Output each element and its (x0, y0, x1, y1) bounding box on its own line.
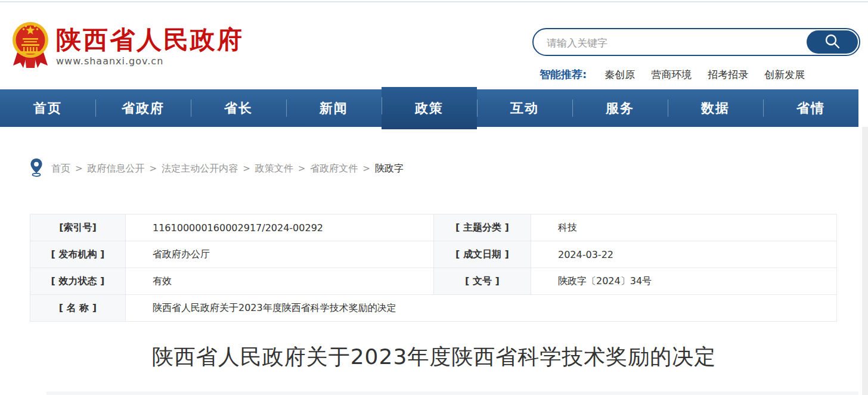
site-logo[interactable]: 陕西省人民政府 www.shaanxi.gov.cn (12, 20, 244, 70)
section-divider (46, 391, 858, 395)
site-name: 陕西省人民政府 (56, 27, 244, 53)
meta-label-issuing-agency: [ 发布机构 ] (30, 241, 126, 268)
meta-value-index-number: 116100000160002917/2024-00292 (126, 214, 434, 241)
breadcrumb-separator: > (150, 163, 157, 174)
recommend-link-innovation[interactable]: 创新发展 (764, 68, 805, 82)
recommend-link-qinchuangyuan[interactable]: 秦创原 (604, 68, 635, 82)
meta-label-topic-category: [ 主题分类 ] (434, 214, 531, 241)
meta-value-title: 陕西省人民政府关于2023年度陕西省科学技术奖励的决定 (126, 295, 837, 322)
site-url: www.shaanxi.gov.cn (56, 55, 244, 67)
nav-item-interaction[interactable]: 互动 (477, 89, 572, 127)
meta-value-topic-category: 科技 (531, 214, 837, 241)
search-button[interactable] (807, 30, 858, 54)
breadcrumb-gov-info-disclosure[interactable]: 政府信息公开 (88, 163, 145, 175)
breadcrumb-current-shanzhengzi: 陕政字 (375, 163, 404, 175)
nav-item-services[interactable]: 服务 (572, 89, 668, 127)
smart-recommend: 智能推荐: 秦创原 营商环境 招考招录 创新发展 (540, 67, 821, 82)
breadcrumb-provincial-gov-documents[interactable]: 省政府文件 (310, 163, 358, 175)
search-box (532, 28, 860, 56)
location-pin-icon (30, 158, 51, 179)
document-title: 陕西省人民政府关于2023年度陕西省科学技术奖励的决定 (0, 343, 868, 372)
site-header: 陕西省人民政府 www.shaanxi.gov.cn 智能推荐: 秦创原 营商环… (0, 2, 868, 89)
logo-text: 陕西省人民政府 www.shaanxi.gov.cn (56, 27, 244, 67)
recommend-link-recruitment[interactable]: 招考招录 (708, 68, 748, 82)
meta-label-index-number: [索引号] (30, 214, 126, 241)
meta-label-issue-date: [ 成文日期 ] (434, 241, 531, 268)
search-input[interactable] (545, 32, 798, 54)
recommend-link-business-environment[interactable]: 营商环境 (651, 68, 692, 82)
nav-item-news[interactable]: 新闻 (286, 89, 382, 127)
breadcrumb-separator: > (243, 163, 250, 174)
document-meta-table: [索引号] 116100000160002917/2024-00292 [ 主题… (30, 214, 837, 322)
breadcrumb-separator: > (362, 163, 370, 174)
nav-item-governor[interactable]: 省长 (191, 89, 286, 127)
meta-value-document-number: 陕政字〔2024〕34号 (531, 268, 837, 295)
meta-value-validity-status: 有效 (126, 268, 434, 295)
smart-recommend-label: 智能推荐: (540, 67, 587, 82)
breadcrumb-separator: > (75, 163, 83, 174)
nav-item-province-overview[interactable]: 省情 (763, 89, 858, 127)
nav-item-home[interactable]: 首页 (0, 89, 95, 127)
meta-label-validity-status: [ 效力状态 ] (30, 268, 126, 295)
meta-label-title: [ 名 称 ] (30, 295, 126, 322)
main-nav: 首页 省政府 省长 新闻 政策 互动 服务 数据 省情 (0, 89, 858, 127)
breadcrumb: 首页 > 政府信息公开 > 法定主动公开内容 > 政策文件 > 省政府文件 > … (30, 158, 404, 179)
breadcrumb-policy-documents[interactable]: 政策文件 (255, 163, 293, 175)
magnifier-icon (823, 32, 841, 52)
nav-item-policy[interactable]: 政策 (382, 87, 477, 129)
breadcrumb-separator: > (298, 163, 306, 174)
nav-item-provincial-government[interactable]: 省政府 (95, 89, 191, 127)
meta-value-issuing-agency: 省政府办公厅 (126, 241, 434, 268)
meta-value-issue-date: 2024-03-22 (531, 241, 837, 268)
meta-label-document-number: [ 文号 ] (434, 268, 531, 295)
breadcrumb-statutory-disclosure[interactable]: 法定主动公开内容 (162, 163, 238, 175)
national-emblem-icon (12, 20, 49, 70)
breadcrumb-home[interactable]: 首页 (51, 163, 70, 175)
nav-item-data[interactable]: 数据 (668, 89, 763, 127)
